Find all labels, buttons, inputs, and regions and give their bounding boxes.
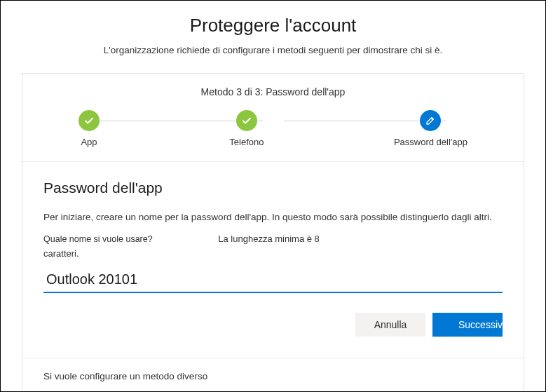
setup-card: Metodo 3 di 3: Password dell'app App Tel… [22,73,524,392]
step-app-password: Password dell'app [394,110,467,147]
stepper: App Telefono Password dell'app [22,110,524,162]
cancel-button[interactable]: Annulla [355,313,425,337]
step-phone: Telefono [229,110,264,147]
hint-row: Quale nome si vuole usare? La lunghezza … [43,232,503,262]
next-button[interactable]: Successiv [432,313,503,337]
alt-method-link[interactable]: Si vuole configurare un metodo diverso [22,358,524,392]
check-icon [236,110,257,131]
page-subtitle: L'organizzazione richiede di configurare… [22,45,524,55]
stepper-caption: Metodo 3 di 3: Password dell'app [22,74,524,110]
check-icon [79,110,100,131]
step-app: App [79,110,100,147]
hint-length: La lunghezza minima è 8 [218,232,320,247]
step-label: App [81,137,97,147]
button-row: Annulla Successiv [43,313,503,337]
instruction-text: Per iniziare, creare un nome per la pass… [43,212,503,222]
step-label: Password dell'app [394,137,467,147]
section-title: Password dell'app [43,180,503,196]
hint-suffix: caratteri. [43,247,503,262]
app-password-name-input[interactable] [43,269,503,293]
page-title: Proteggere l'account [22,15,524,36]
step-label: Telefono [229,137,264,147]
hint-question: Quale nome si vuole usare? [43,232,153,246]
pencil-icon [420,110,441,131]
content-area: Password dell'app Per iniziare, creare u… [22,162,524,351]
